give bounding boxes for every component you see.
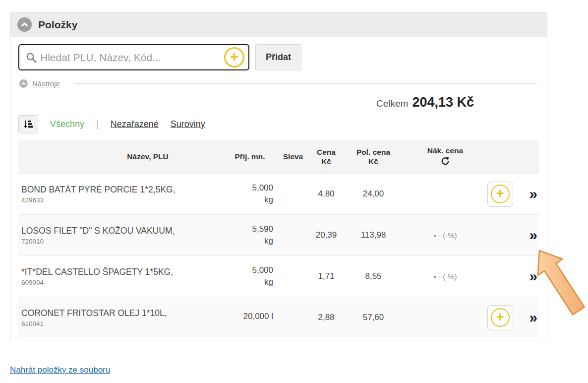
item-qty-cell: 5,000 kg [223, 265, 277, 287]
header-received-qty: Přij. mn. [223, 152, 277, 161]
item-purchase-price: • - (-%) [403, 272, 487, 281]
table-header-row: Název, PLU Přij. mn. Sleva Cena Kč Pol. … [18, 140, 539, 173]
table-row: CORONET FRITOSTAR OLEJ 1*10L, 610041 20,… [18, 297, 539, 338]
search-box: + [18, 44, 249, 70]
items-panel-header: Položky [10, 12, 547, 37]
items-panel: Položky + Přidat Nástro [10, 12, 547, 340]
item-plu: 720010 [21, 238, 223, 245]
item-line-price: 24,00 [344, 189, 403, 199]
item-price: 1,71 [309, 271, 344, 281]
item-name: *IT*DEL CASTELLO ŠPAGETY 1*5KG, [21, 266, 223, 278]
item-line-price: 8,55 [344, 271, 403, 281]
item-plu: 609004 [21, 279, 223, 286]
search-input[interactable] [37, 52, 224, 64]
filter-separator: | [96, 119, 99, 129]
item-qty-cell: 5,000 kg [223, 183, 277, 205]
header-name: Název, PLU [18, 152, 223, 161]
search-icon [25, 52, 37, 64]
filter-ingredients[interactable]: Suroviny [171, 119, 205, 129]
header-purchase-price: Nák. cena [403, 146, 487, 168]
item-name: BOND BATÁT PYRÉ PORCIE 1*2,5KG, [21, 184, 223, 196]
items-panel-body: + Přidat Nástroje Celkem204,13 Kč [10, 37, 547, 340]
header-price: Cena Kč [309, 147, 344, 167]
item-open-cell: » [517, 269, 539, 284]
item-plu: 429633 [21, 196, 223, 204]
total-row: Celkem204,13 Kč [18, 95, 539, 110]
item-name-cell: LOSOS FILET "D" S KOŽOU VAKUUM, 720010 [18, 225, 223, 246]
item-action-cell: + [487, 182, 517, 207]
tools-link[interactable]: Nástroje [32, 79, 60, 88]
item-qty-cell: 5,590 kg [223, 224, 277, 246]
page-title: Položky [38, 19, 77, 31]
sort-amount-icon [23, 120, 33, 129]
item-plu: 610041 [21, 320, 223, 327]
item-line-price: 57,60 [344, 313, 403, 322]
collapse-panel-icon[interactable] [17, 17, 32, 32]
filter-all[interactable]: Všechny [50, 119, 84, 129]
plus-icon: + [491, 308, 510, 327]
open-item-chevron-icon[interactable]: » [529, 228, 537, 243]
plus-icon: + [230, 49, 239, 64]
plus-icon: + [491, 185, 510, 203]
collapse-tools-icon[interactable] [19, 79, 28, 88]
item-price: 20,39 [309, 230, 344, 240]
open-item-chevron-icon[interactable]: » [529, 311, 537, 325]
item-name: LOSOS FILET "D" S KOŽOU VAKUUM, [21, 225, 223, 237]
search-row: + Přidat [18, 44, 539, 70]
header-discount: Sleva [277, 152, 309, 161]
item-open-cell: » [517, 228, 539, 243]
quick-add-plus-icon[interactable]: + [224, 47, 244, 67]
table-row: BOND BATÁT PYRÉ PORCIE 1*2,5KG, 429633 5… [18, 173, 539, 214]
open-item-chevron-icon[interactable]: » [529, 269, 537, 284]
filter-row: Všechny | Nezařazené Suroviny [18, 115, 539, 133]
add-purchase-price-button[interactable]: + [487, 182, 513, 207]
item-name: CORONET FRITOSTAR OLEJ 1*10L, [21, 308, 223, 319]
item-price: 4,80 [309, 189, 344, 199]
header-item-price: Pol. cena Kč [344, 147, 403, 167]
refresh-icon[interactable] [403, 157, 487, 168]
tools-row: Nástroje [19, 79, 539, 88]
item-open-cell: » [517, 311, 539, 325]
divider-line [75, 83, 537, 84]
item-open-cell: » [517, 187, 539, 201]
item-price: 2,88 [309, 313, 344, 322]
item-qty-cell: 20,000 l [223, 312, 277, 323]
add-button[interactable]: Přidat [255, 44, 301, 70]
item-line-price: 113,98 [344, 230, 403, 240]
add-purchase-price-button[interactable]: + [487, 305, 513, 330]
page: Položky + Přidat Nástro [0, 0, 588, 383]
total-value: 204,13 Kč [412, 95, 474, 110]
table-row: LOSOS FILET "D" S KOŽOU VAKUUM, 720010 5… [18, 214, 539, 255]
filter-unassigned[interactable]: Nezařazené [111, 119, 159, 129]
item-name-cell: BOND BATÁT PYRÉ PORCIE 1*2,5KG, 429633 [18, 184, 223, 204]
upload-items-link[interactable]: Nahrát položky ze souboru [10, 365, 110, 375]
sort-button[interactable] [18, 115, 38, 133]
item-purchase-price: • - (-%) [403, 231, 487, 240]
item-action-cell: + [487, 305, 517, 330]
item-name-cell: CORONET FRITOSTAR OLEJ 1*10L, 610041 [18, 308, 223, 328]
total-label: Celkem [376, 98, 408, 109]
item-name-cell: *IT*DEL CASTELLO ŠPAGETY 1*5KG, 609004 [18, 266, 223, 287]
table-row: *IT*DEL CASTELLO ŠPAGETY 1*5KG, 609004 5… [18, 255, 539, 297]
items-table: Název, PLU Přij. mn. Sleva Cena Kč Pol. … [18, 140, 539, 338]
open-item-chevron-icon[interactable]: » [529, 187, 537, 201]
